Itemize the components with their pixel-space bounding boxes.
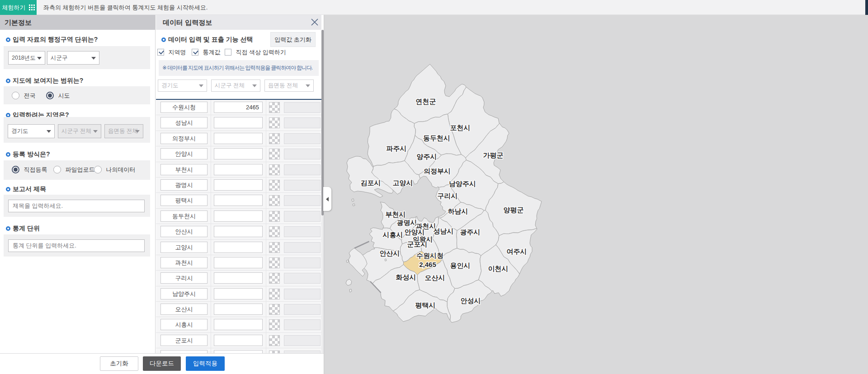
region-value-input[interactable] [214,319,263,330]
region-name-cell[interactable]: 부천시 [160,164,208,175]
region-name-cell[interactable]: 고양시 [160,242,208,253]
region-value-input[interactable] [214,226,263,237]
region-value-input[interactable] [214,350,263,353]
disabled-color-input [284,102,321,113]
region-value-input[interactable] [214,304,263,315]
map-seawall-line [354,242,369,248]
region-name-cell[interactable]: 안산시 [160,226,208,237]
region-name-cell[interactable]: 의왕시 [160,350,208,353]
region-name-cell[interactable]: 구리시 [160,272,208,284]
map-area[interactable]: 연천군포천시동두천시파주시양주시가평군의정부시김포시고양시남양주시구리시하남시양… [324,15,868,374]
apply-button[interactable]: 입력적용 [186,356,225,371]
scope-radio-nationwide[interactable]: 전국 [12,91,35,100]
checkbox-stat-value[interactable]: 통계값 [192,48,220,56]
region-value-input[interactable] [214,257,263,268]
region-name-cell[interactable]: 남양주시 [160,288,208,299]
color-swatch-picker[interactable] [269,180,280,191]
disabled-color-input [284,164,321,175]
bullet-icon [161,37,166,42]
region-name-cell[interactable]: 과천시 [160,257,208,268]
region-value-input[interactable] [214,179,263,191]
question-stat-unit: 통계 단위 [6,224,40,233]
gyeonggi-map[interactable]: 연천군포천시동두천시파주시양주시가평군의정부시김포시고양시남양주시구리시하남시양… [324,15,868,374]
province-select[interactable]: 경기도 [8,124,55,138]
radio-checked-icon [46,92,54,99]
region-data-table: 수원시청2465성남시의정부시안양시부천시광명시평택시동두천시안산시고양시과천시… [156,100,321,353]
experience-button[interactable]: 체험하기 [0,0,37,15]
column-separator [211,100,211,115]
filter-sigungu-select[interactable]: 시군구 전체 [211,79,260,92]
region-name-cell[interactable]: 군포시 [160,335,208,346]
basic-info-panel-title: 기본정보 [0,15,156,30]
method-radio-mydata[interactable]: 나의데이터 [94,165,135,174]
experience-button-label: 체험하기 [2,4,26,12]
color-swatch-picker[interactable] [269,319,280,330]
grid-icon [29,5,35,10]
bullet-icon [6,152,10,157]
column-separator [211,224,211,239]
color-swatch-picker[interactable] [269,195,280,206]
region-name-cell[interactable]: 의정부시 [160,133,208,144]
data-function-section-title: 데이터 입력 및 표출 기능 선택 [161,36,253,44]
map-label-부천시: 부천시 [386,210,406,218]
color-swatch-picker[interactable] [269,242,280,253]
color-swatch-picker[interactable] [269,304,280,315]
reset-values-button[interactable]: 입력값 초기화 [270,32,316,47]
region-value-input[interactable]: 2465 [214,102,263,113]
checkbox-checked-icon [192,49,198,56]
region-data-row: 의정부시 [156,131,321,146]
color-swatch-picker[interactable] [269,226,280,237]
download-button[interactable]: 다운로드 [143,356,181,371]
region-name-cell[interactable]: 동두천시 [160,210,208,222]
color-swatch-picker[interactable] [269,149,280,159]
region-value-input[interactable] [214,335,263,346]
color-swatch-picker[interactable] [269,273,280,284]
region-data-row: 광명시 [156,178,321,193]
year-select[interactable]: 2018년도 [8,51,45,65]
region-name-cell[interactable]: 평택시 [160,195,208,206]
region-value-input[interactable] [214,195,263,206]
region-value-input[interactable] [214,148,263,159]
color-swatch-picker[interactable] [269,211,280,222]
region-name-cell[interactable]: 시흥시 [160,319,208,330]
color-swatch-picker[interactable] [269,289,280,299]
reset-button[interactable]: 초기화 [100,356,138,371]
region-value-input[interactable] [214,272,263,284]
stat-unit-input[interactable]: 통계 단위를 입력하세요. [8,239,145,252]
close-icon[interactable] [311,18,319,26]
filter-province-select[interactable]: 경기도 [158,79,207,92]
column-separator [266,224,266,239]
color-swatch-picker[interactable] [269,102,280,113]
method-radio-direct[interactable]: 직접등록 [12,165,47,174]
region-value-input[interactable] [214,288,263,299]
region-name-cell[interactable]: 오산시 [160,304,208,315]
checkbox-region-name[interactable]: 지역명 [157,48,186,56]
panel-collapse-handle[interactable] [323,187,331,211]
region-value-input[interactable] [214,133,263,144]
region-name-cell[interactable]: 수원시청 [160,102,208,113]
region-name-cell[interactable]: 광명시 [160,179,208,191]
region-value-input[interactable] [214,210,263,222]
region-value-input[interactable] [214,117,263,128]
scope-radio-sido[interactable]: 시도 [46,91,70,100]
map-island [346,279,352,285]
sigungu-select[interactable]: 시군구 전체 [58,124,101,138]
region-name-cell[interactable]: 안양시 [160,148,208,159]
color-swatch-picker[interactable] [269,335,280,346]
report-title-input[interactable]: 제목을 입력하세요. [8,200,145,212]
color-swatch-picker[interactable] [269,133,280,144]
region-data-row: 안산시 [156,224,321,239]
region-name-cell[interactable]: 성남시 [160,117,208,128]
color-swatch-picker[interactable] [269,257,280,268]
column-separator [266,131,266,146]
admin-level-select[interactable]: 시군구 [47,51,99,65]
eupmyeondong-select[interactable]: 읍면동 전체 [104,124,143,138]
checkbox-custom-color[interactable]: 직접 색상 입력하기 [225,48,286,56]
color-swatch-picker[interactable] [269,164,280,175]
filter-eupmyeondong-select[interactable]: 읍면동 전체 [264,79,314,92]
color-swatch-picker[interactable] [269,117,280,128]
region-value-input[interactable] [214,242,263,253]
region-data-row: 구리시 [156,271,321,286]
method-radio-upload[interactable]: 파일업로드 [53,165,94,174]
region-value-input[interactable] [214,164,263,175]
